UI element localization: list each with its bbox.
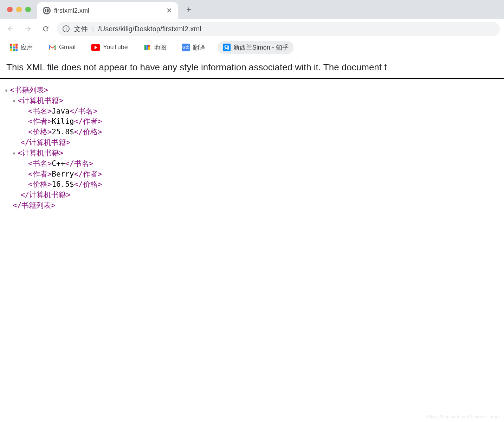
- xml-name-line: <书名>Java</书名>: [5, 106, 499, 117]
- bookmark-label: 应用: [20, 43, 33, 52]
- xml-tag: <书名>: [28, 107, 52, 115]
- youtube-icon: [91, 44, 100, 51]
- xml-tag: </计算机书籍>: [20, 138, 71, 147]
- bookmark-maps[interactable]: 地图: [141, 42, 169, 53]
- xml-text: C++: [52, 159, 65, 168]
- gmail-icon: [49, 44, 56, 51]
- close-tab-icon[interactable]: ✕: [166, 6, 172, 15]
- window-controls: [4, 7, 34, 12]
- arrow-right-icon: [24, 25, 32, 33]
- toolbar: i 文件 | /Users/kilig/Desktop/firstxml2.xm…: [0, 19, 504, 39]
- reload-icon: [42, 25, 50, 33]
- bookmark-label: YouTube: [103, 44, 128, 51]
- bookmark-translate[interactable]: G文 翻译: [179, 42, 208, 53]
- collapse-caret-icon[interactable]: ▼: [5, 88, 10, 94]
- xml-author-line: <作者>Kilig</作者>: [5, 116, 499, 127]
- bookmarks-bar: 应用 Gmail YouTube 地图 G文 翻译 知 新西兰Simon - 知…: [0, 39, 504, 56]
- page-content: This XML file does not appear to have an…: [0, 56, 504, 218]
- xml-tag: </价格>: [74, 180, 102, 188]
- xml-tag: <作者>: [28, 170, 52, 178]
- zhihu-icon: 知: [223, 44, 231, 51]
- url-path: /Users/kilig/Desktop/firstxml2.xml: [98, 25, 201, 33]
- svg-point-0: [148, 45, 150, 47]
- tab-strip: firstxml2.xml ✕ +: [0, 0, 504, 19]
- bookmark-gmail[interactable]: Gmail: [46, 42, 78, 52]
- xml-item-close: </计算机书籍>: [5, 138, 499, 148]
- address-bar[interactable]: i 文件 | /Users/kilig/Desktop/firstxml2.xm…: [57, 22, 500, 36]
- collapse-caret-icon[interactable]: ▼: [13, 98, 18, 104]
- xml-tag: </作者>: [74, 117, 102, 126]
- xml-item-close: </计算机书籍>: [5, 190, 499, 200]
- new-tab-button[interactable]: +: [181, 5, 196, 14]
- xml-tag: <作者>: [28, 117, 52, 126]
- xml-tag: <计算机书籍>: [18, 96, 63, 105]
- bookmark-label: 新西兰Simon - 知乎: [233, 43, 289, 52]
- xml-tree: ▼<书籍列表> ▼<计算机书籍> <书名>Java</书名> <作者>Kilig…: [0, 85, 504, 218]
- bookmark-label: 地图: [154, 43, 167, 52]
- browser-chrome: firstxml2.xml ✕ + i 文件 | /Users/kilig/De…: [0, 0, 504, 56]
- bookmark-zhihu[interactable]: 知 新西兰Simon - 知乎: [218, 41, 293, 54]
- xml-text: 16.5$: [52, 180, 74, 188]
- xml-tag: <计算机书籍>: [18, 149, 63, 157]
- back-button[interactable]: [4, 23, 17, 35]
- maps-icon: [143, 44, 151, 51]
- xml-name-line: <书名>C++</书名>: [5, 159, 499, 169]
- xml-root-open: ▼<书籍列表>: [5, 85, 499, 96]
- xml-price-line: <价格>25.8$</价格>: [5, 127, 499, 138]
- reload-button[interactable]: [39, 23, 52, 35]
- xml-item-open: ▼<计算机书籍>: [5, 148, 499, 159]
- xml-tag: </计算机书籍>: [20, 191, 71, 199]
- xml-tag: <书籍列表>: [10, 86, 48, 94]
- xml-tag: </书籍列表>: [13, 201, 56, 210]
- url-prefix: 文件: [74, 24, 88, 34]
- apps-icon: [10, 44, 18, 51]
- xml-tag: </作者>: [74, 170, 102, 178]
- arrow-left-icon: [7, 25, 14, 33]
- xml-tag: </价格>: [74, 128, 102, 136]
- window-close-button[interactable]: [7, 7, 13, 12]
- xml-text: Berry: [52, 170, 74, 178]
- xml-tag: <价格>: [28, 180, 52, 188]
- xml-price-line: <价格>16.5$</价格>: [5, 179, 499, 190]
- bookmark-apps[interactable]: 应用: [7, 42, 36, 53]
- watermark: https://blog.csdn.net/Slovenia_proof: [427, 414, 500, 419]
- translate-icon: G文: [182, 44, 190, 51]
- xml-tag: <价格>: [28, 128, 52, 136]
- bookmark-label: 翻译: [193, 43, 205, 52]
- bookmark-youtube[interactable]: YouTube: [88, 42, 131, 52]
- window-minimize-button[interactable]: [16, 7, 22, 12]
- xml-root-close: </书籍列表>: [5, 200, 499, 211]
- xml-item-open: ▼<计算机书籍>: [5, 96, 499, 106]
- browser-tab[interactable]: firstxml2.xml ✕: [37, 2, 178, 19]
- bookmark-label: Gmail: [59, 44, 76, 51]
- xml-tag: </书名>: [70, 107, 98, 115]
- xml-text: 25.8$: [52, 128, 74, 136]
- xml-text: Java: [52, 107, 70, 115]
- info-icon[interactable]: i: [63, 25, 70, 32]
- url-separator: |: [92, 25, 94, 33]
- xml-author-line: <作者>Berry</作者>: [5, 169, 499, 180]
- xml-tag: <书名>: [28, 159, 52, 168]
- xml-tag: </书名>: [65, 159, 93, 168]
- collapse-caret-icon[interactable]: ▼: [13, 151, 18, 157]
- tab-title: firstxml2.xml: [54, 7, 89, 14]
- xml-style-notice: This XML file does not appear to have an…: [0, 56, 504, 79]
- xml-text: Kilig: [52, 117, 74, 126]
- forward-button[interactable]: [22, 23, 34, 35]
- globe-icon: [43, 7, 51, 14]
- window-maximize-button[interactable]: [25, 7, 31, 12]
